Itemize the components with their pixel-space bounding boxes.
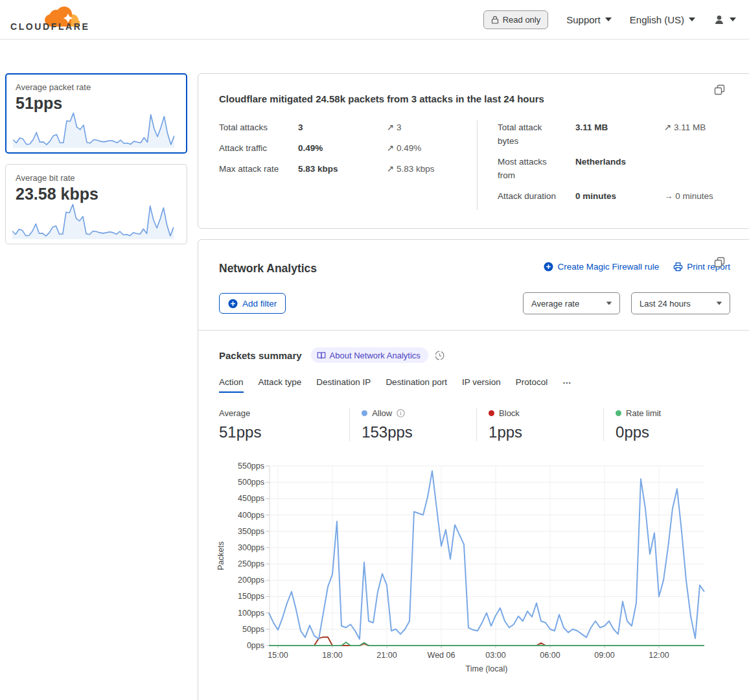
lock-icon — [491, 16, 499, 24]
create-magic-firewall-rule-link[interactable]: Create Magic Firewall rule — [544, 262, 659, 272]
support-menu[interactable]: Support — [566, 14, 612, 25]
stat-value: 0.49% — [298, 141, 387, 155]
stat-row: Max attack rate 5.83 kbps ↗ 5.83 kbps — [219, 162, 477, 176]
legend-value: 153pps — [362, 423, 476, 441]
stat-value: 0 minutes — [575, 189, 664, 203]
svg-text:Wed 06: Wed 06 — [428, 651, 455, 660]
svg-text:550pps: 550pps — [238, 461, 264, 471]
time-snapshot-button[interactable] — [435, 351, 444, 360]
packets-chart[interactable]: 0pps50pps100pps150pps200pps250pps300pps3… — [208, 458, 749, 673]
legend-value: 0pps — [616, 423, 730, 441]
chevron-down-icon — [717, 301, 722, 305]
brand-wordmark: CLOUDFLARE — [10, 21, 89, 32]
legend-value: 51pps — [219, 423, 349, 441]
chevron-down-icon — [689, 18, 695, 21]
packet-rate-sparkline — [13, 110, 174, 148]
network-analytics-title: Network Analytics — [219, 262, 317, 275]
language-menu[interactable]: English (US) — [630, 14, 695, 25]
tab-ip-version[interactable]: IP version — [462, 377, 501, 393]
series-legend: Average 51pps Allow 15 — [219, 408, 730, 441]
metric-card-packet-rate[interactable]: Average packet rate 51pps — [5, 73, 187, 154]
dimension-tabs: Action Attack type Destination IP Destin… — [219, 377, 730, 393]
stat-row: Total attack bytes 3.11 MB ↗ 3.11 MB — [498, 121, 730, 148]
svg-text:15:00: 15:00 — [268, 651, 288, 660]
info-icon[interactable] — [397, 409, 405, 417]
stat-row: Attack duration 0 minutes → 0 minutes — [498, 189, 730, 203]
tab-destination-ip[interactable]: Destination IP — [316, 377, 371, 393]
svg-text:50pps: 50pps — [242, 625, 264, 634]
copy-icon[interactable] — [714, 257, 725, 270]
packets-summary-section: Packets summary About Network Analytics — [198, 331, 749, 675]
metric-card-label: Average bit rate — [16, 173, 177, 183]
stat-value: 5.83 kbps — [298, 162, 387, 176]
svg-text:09:00: 09:00 — [594, 651, 614, 660]
stat-label: Attack duration — [498, 189, 575, 203]
svg-text:0pps: 0pps — [247, 641, 264, 650]
time-range-select[interactable]: Last 24 hours — [631, 292, 730, 314]
stat-label: Most attacks from — [498, 155, 560, 182]
range-select-value: Last 24 hours — [640, 299, 691, 309]
tab-attack-type[interactable]: Attack type — [259, 377, 302, 393]
metric-card-label: Average packet rate — [16, 82, 177, 92]
svg-text:Packets: Packets — [216, 541, 225, 570]
metric-rate-select[interactable]: Average rate — [523, 292, 620, 314]
legend-cell-allow: Allow 153pps — [349, 408, 476, 441]
metric-card-bit-rate[interactable]: Average bit rate 23.58 kbps — [5, 164, 187, 244]
about-network-analytics-badge[interactable]: About Network Analytics — [311, 347, 428, 363]
svg-text:06:00: 06:00 — [540, 651, 560, 660]
block-dot-icon — [489, 410, 494, 416]
svg-text:03:00: 03:00 — [485, 651, 505, 660]
stat-value: Netherlands — [575, 155, 664, 169]
book-icon — [317, 351, 326, 360]
stat-label: Total attack bytes — [498, 121, 560, 148]
packets-summary-title: Packets summary — [219, 350, 302, 361]
stat-trend: ↗ 0.49% — [387, 141, 421, 155]
svg-text:250pps: 250pps — [238, 559, 264, 568]
stat-label: Max attack rate — [219, 162, 298, 176]
legend-label: Average — [219, 408, 250, 418]
metric-card-value: 23.58 kbps — [16, 185, 177, 204]
tab-destination-port[interactable]: Destination port — [386, 377, 447, 393]
cloudflare-logo[interactable]: CLOUDFLARE — [10, 3, 83, 36]
add-filter-button[interactable]: Add filter — [219, 293, 286, 314]
summary-stats-left: Total attacks 3 ↗ 3 Attack traffic 0.49%… — [219, 121, 477, 210]
svg-text:Time (local): Time (local) — [466, 664, 508, 673]
support-label: Support — [566, 14, 601, 25]
chevron-down-icon — [730, 18, 736, 21]
legend-label: Rate limit — [626, 408, 661, 418]
stat-label: Attack traffic — [219, 141, 298, 155]
network-analytics-card: Network Analytics Create Magic Firewall … — [198, 239, 749, 700]
attack-summary-card: Cloudflare mitigated 24.58k packets from… — [198, 73, 749, 229]
account-menu[interactable] — [713, 14, 736, 25]
stat-row: Total attacks 3 ↗ 3 — [219, 121, 477, 134]
svg-text:100pps: 100pps — [238, 609, 264, 618]
read-only-label: Read only — [503, 15, 541, 25]
copy-icon[interactable] — [714, 84, 725, 97]
tab-action[interactable]: Action — [219, 377, 244, 393]
add-filter-label: Add filter — [242, 299, 277, 309]
read-only-badge: Read only — [483, 10, 549, 29]
svg-text:400pps: 400pps — [238, 511, 264, 520]
svg-text:12:00: 12:00 — [649, 651, 669, 660]
clock-icon — [435, 351, 444, 360]
stat-value: 3 — [298, 121, 387, 134]
legend-cell-rate-limit: Rate limit 0pps — [603, 408, 730, 441]
legend-cell-average: Average 51pps — [219, 408, 349, 441]
metric-cards-column: Average packet rate 51pps Average bit ra… — [5, 73, 187, 255]
about-badge-label: About Network Analytics — [330, 351, 421, 360]
chevron-down-icon — [605, 18, 612, 21]
svg-text:18:00: 18:00 — [322, 651, 342, 660]
top-header: CLOUDFLARE Read only Support English (US… — [0, 0, 749, 40]
svg-text:200pps: 200pps — [238, 576, 264, 585]
attack-summary-title: Cloudflare mitigated 24.58k packets from… — [219, 93, 730, 104]
legend-cell-block: Block 1pps — [476, 408, 603, 441]
plus-circle-icon — [228, 299, 238, 309]
stat-trend: ↗ 5.83 kbps — [387, 162, 435, 176]
stat-row: Attack traffic 0.49% ↗ 0.49% — [219, 141, 477, 155]
more-tabs-button[interactable]: ⋯ — [562, 378, 571, 392]
svg-text:350pps: 350pps — [238, 527, 264, 536]
printer-icon — [673, 262, 683, 272]
tab-protocol[interactable]: Protocol — [516, 377, 548, 393]
svg-text:150pps: 150pps — [238, 592, 264, 601]
legend-label: Block — [499, 408, 520, 418]
